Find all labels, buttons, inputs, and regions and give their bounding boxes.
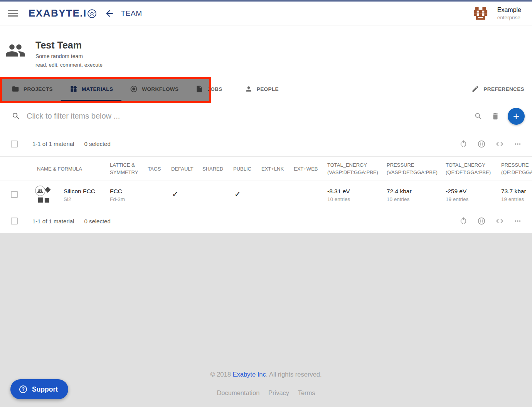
selected-count-bottom: 0 selected [84, 218, 110, 224]
material-lattice: FCC [110, 188, 125, 195]
tab-projects-label: PROJECTS [24, 86, 53, 92]
cell-name-formula: Silicon FCC Si2 [64, 188, 95, 202]
column-pressure-qe[interactable]: PRESSURE(QE:DFT:GGA:PBE) [501, 161, 532, 176]
back-arrow-icon[interactable] [104, 8, 114, 18]
tab-workflows[interactable]: WORKFLOWS [121, 77, 187, 101]
code-icon[interactable] [495, 217, 504, 225]
column-pressure-vasp[interactable]: PRESSURE(VASP:DFT:GGA:PBE) [387, 161, 438, 176]
user-avatar [472, 5, 489, 22]
team-name: Test Team [35, 40, 82, 51]
filter-bar: + [0, 101, 532, 131]
user-name: Example [497, 7, 521, 13]
search-icon [12, 112, 20, 121]
pause-circle-icon[interactable] [477, 140, 486, 148]
copyright-suffix: . All rights reserved. [266, 371, 322, 378]
documentation-link[interactable]: Documentation [217, 389, 259, 396]
add-material-button[interactable]: + [508, 108, 525, 125]
tab-projects[interactable]: PROJECTS [3, 77, 61, 101]
column-lattice-symmetry[interactable]: LATTICE &SYMMETRY [110, 161, 138, 176]
column-name-formula[interactable]: NAME & FORMULA [37, 165, 82, 173]
rotate-left-icon[interactable] [459, 140, 468, 148]
app-bar: EXABYTE.I TEAM [0, 2, 532, 25]
copyright-line: © 2018 Exabyte Inc. All rights reserved. [0, 371, 532, 378]
pause-circle-icon[interactable] [477, 217, 486, 225]
help-icon: ? [19, 385, 28, 394]
team-description: Some random team [35, 53, 83, 59]
column-ext-lnk[interactable]: EXT+LNK [261, 165, 284, 173]
app-window: EXABYTE.I TEAM [0, 0, 532, 407]
table-header: NAME & FORMULA LATTICE &SYMMETRY TAGS DE… [0, 157, 532, 181]
row-checkbox[interactable] [11, 191, 18, 198]
public-checkmark: ✓ [234, 189, 241, 199]
code-icon[interactable] [495, 140, 504, 148]
cell-total-energy-qe: -259 eV 19 entries [446, 188, 468, 202]
selected-count: 0 selected [84, 141, 110, 147]
filter-input[interactable] [27, 112, 296, 121]
selection-bar-top: 1-1 of 1 material 0 selected [0, 131, 532, 157]
column-total-energy-vasp[interactable]: TOTAL_ENERGY(VASP:DFT:GGA:PBE) [327, 161, 378, 176]
cell-pressure-qe: 73.7 kbar 19 entries [501, 188, 526, 202]
material-name: Silicon FCC [64, 188, 95, 195]
pagination-range: 1-1 of 1 material [32, 141, 74, 147]
privacy-link[interactable]: Privacy [268, 389, 289, 396]
tab-bar: PROJECTS MATERIALS WORKFLOWS JOBS PEOPLE… [0, 77, 532, 101]
material-formula: Si2 [64, 196, 95, 202]
pencil-icon [471, 85, 479, 93]
company-link[interactable]: Exabyte Inc [232, 371, 266, 378]
select-all-checkbox[interactable] [11, 141, 18, 147]
rotate-left-icon[interactable] [459, 217, 468, 225]
column-tags[interactable]: TAGS [148, 165, 161, 173]
tab-people[interactable]: PEOPLE [236, 77, 287, 101]
tab-workflows-label: WORKFLOWS [142, 86, 178, 92]
team-group-icon [5, 40, 26, 61]
page-title: TEAM [121, 9, 142, 18]
cell-lattice-symmetry: FCC Fd-3m [110, 188, 125, 202]
tab-jobs[interactable]: JOBS [187, 77, 231, 101]
terms-link[interactable]: Terms [298, 389, 315, 396]
menu-icon[interactable] [8, 8, 18, 18]
copyright-prefix: © 2018 [210, 371, 232, 378]
team-header: Test Team Some random team read, edit, c… [0, 25, 532, 77]
select-all-checkbox-bottom[interactable] [11, 218, 18, 224]
cell-total-energy-vasp: -8.31 eV 10 entries [327, 188, 350, 202]
tab-preferences-label: PREFERENCES [483, 86, 524, 92]
team-permissions: read, edit, comment, execute [35, 62, 103, 68]
more-icon[interactable] [513, 140, 522, 148]
material-symmetry: Fd-3m [110, 196, 125, 202]
tab-preferences[interactable]: PREFERENCES [463, 77, 532, 101]
footer-links: Documentation Privacy Terms [0, 389, 532, 397]
trash-icon[interactable] [491, 112, 500, 121]
selection-bar-bottom: 1-1 of 1 material 0 selected [0, 209, 532, 233]
material-thumbnail-icon [34, 186, 53, 205]
column-default[interactable]: DEFAULT [171, 165, 194, 173]
selection-actions-bottom [450, 217, 532, 225]
pagination-range-bottom: 1-1 of 1 material [32, 218, 74, 224]
column-ext-web[interactable]: EXT+WEB [294, 165, 318, 173]
tab-spacer [287, 77, 463, 101]
tab-people-label: PEOPLE [257, 86, 279, 92]
column-shared[interactable]: SHARED [202, 165, 223, 173]
table-row[interactable]: Silicon FCC Si2 FCC Fd-3m ✓ ✓ -8.31 eV 1… [0, 181, 532, 209]
selection-actions [450, 140, 532, 148]
support-label: Support [32, 385, 58, 394]
user-plan: enterprise [497, 15, 521, 20]
search-action-icon[interactable] [474, 112, 483, 121]
logo-ball-icon [87, 9, 97, 18]
person-icon [245, 85, 253, 93]
user-info: Example enterprise [497, 7, 521, 20]
filter-actions: + [466, 108, 532, 125]
user-menu[interactable]: Example enterprise [472, 5, 532, 22]
exabyte-logo[interactable]: EXABYTE.I [29, 7, 97, 19]
support-button[interactable]: ? Support [10, 379, 68, 399]
tab-materials[interactable]: MATERIALS [61, 77, 121, 101]
folder-icon [12, 85, 19, 93]
svg-text:?: ? [22, 387, 25, 392]
column-total-energy-qe[interactable]: TOTAL_ENERGY(QE:DFT:GGA:PBE) [446, 161, 491, 176]
file-icon [195, 85, 203, 93]
more-icon[interactable] [513, 217, 522, 225]
cell-pressure-vasp: 72.4 kbar 10 entries [387, 188, 412, 202]
default-checkmark: ✓ [172, 189, 178, 199]
logo-text: EXABYTE.I [29, 7, 87, 19]
widgets-icon [70, 85, 77, 93]
column-public[interactable]: PUBLIC [233, 165, 251, 173]
